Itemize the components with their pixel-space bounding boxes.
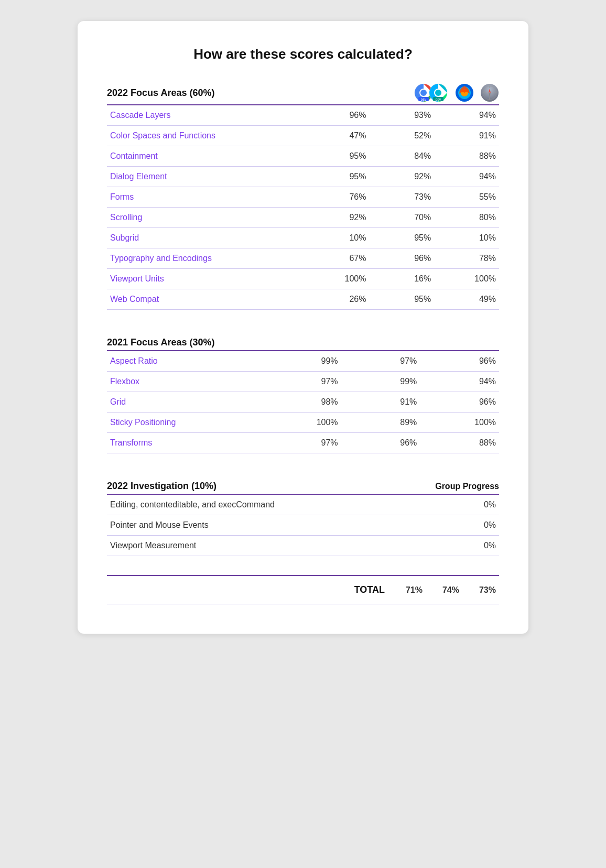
score-chrome: 100% (305, 269, 370, 289)
row-name[interactable]: Containment (107, 146, 305, 167)
table-row: Pointer and Mouse Events 0% (107, 515, 499, 536)
score-firefox: 99% (341, 372, 420, 392)
investigation-title: 2022 Investigation (10%) (107, 481, 217, 492)
main-card: How are these scores calculated? 2022 Fo… (78, 21, 528, 634)
score-safari: 88% (434, 146, 499, 167)
row-name[interactable]: Viewport Units (107, 269, 305, 289)
section-2022-title: 2022 Focus Areas (60%) (107, 88, 214, 99)
score-group: 0% (430, 515, 499, 536)
section-2021-focus: 2021 Focus Areas (30%) Aspect Ratio 99% … (107, 337, 499, 453)
score-firefox: 96% (369, 248, 434, 269)
browser-icons: DEV DEV (414, 83, 499, 102)
section-2022-focus: 2022 Focus Areas (60%) DEV (107, 83, 499, 310)
score-safari: 78% (434, 248, 499, 269)
table-row: Transforms 97% 96% 88% (107, 433, 499, 453)
table-2021-focus: Aspect Ratio 99% 97% 96% Flexbox 97% 99%… (107, 350, 499, 453)
score-chrome: 95% (305, 167, 370, 187)
score-group: 0% (430, 536, 499, 556)
row-name[interactable]: Color Spaces and Functions (107, 126, 305, 146)
svg-point-7 (435, 90, 441, 96)
row-name: Viewport Measurement (107, 536, 430, 556)
score-firefox: 96% (341, 433, 420, 453)
row-name[interactable]: Sticky Positioning (107, 413, 262, 433)
row-name[interactable]: Aspect Ratio (107, 351, 262, 372)
score-firefox: 92% (369, 167, 434, 187)
score-firefox: 95% (369, 228, 434, 248)
svg-point-2 (420, 90, 427, 96)
score-safari: 94% (434, 167, 499, 187)
score-chrome: 97% (262, 372, 341, 392)
total-label: TOTAL (351, 576, 389, 604)
score-chrome: 97% (262, 433, 341, 453)
score-safari: 91% (434, 126, 499, 146)
score-chrome: 47% (305, 126, 370, 146)
table-row: Web Compat 26% 95% 49% (107, 289, 499, 310)
firefox-icon (455, 83, 474, 102)
score-chrome: 67% (305, 248, 370, 269)
score-safari: 88% (420, 433, 499, 453)
score-chrome: 96% (305, 105, 370, 126)
score-firefox: 93% (369, 105, 434, 126)
table-row: Subgrid 10% 95% 10% (107, 228, 499, 248)
score-chrome: 99% (262, 351, 341, 372)
svg-text:DEV: DEV (436, 98, 441, 101)
table-row: Typography and Encodings 67% 96% 78% (107, 248, 499, 269)
safari-icon (480, 83, 499, 102)
score-firefox: 97% (341, 351, 420, 372)
table-row: Containment 95% 84% 88% (107, 146, 499, 167)
table-row: Viewport Units 100% 16% 100% (107, 269, 499, 289)
table-row: Scrolling 92% 70% 80% (107, 208, 499, 228)
svg-text:DEV: DEV (421, 98, 427, 101)
score-firefox: 70% (369, 208, 434, 228)
row-name[interactable]: Subgrid (107, 228, 305, 248)
table-row: Grid 98% 91% 96% (107, 392, 499, 413)
row-name: Pointer and Mouse Events (107, 515, 430, 536)
table-row: Cascade Layers 96% 93% 94% (107, 105, 499, 126)
row-name[interactable]: Scrolling (107, 208, 305, 228)
chrome-dev-icon: DEV DEV (414, 83, 449, 102)
score-safari: 55% (434, 187, 499, 208)
table-row: Viewport Measurement 0% (107, 536, 499, 556)
score-chrome: 26% (305, 289, 370, 310)
row-name[interactable]: Grid (107, 392, 262, 413)
score-safari: 100% (434, 269, 499, 289)
score-group: 0% (430, 494, 499, 515)
page-title: How are these scores calculated? (107, 46, 499, 62)
section-2021-header: 2021 Focus Areas (30%) (107, 337, 499, 348)
section-2021-title: 2021 Focus Areas (30%) (107, 337, 214, 348)
score-chrome: 76% (305, 187, 370, 208)
section-investigation: 2022 Investigation (10%) Group Progress … (107, 481, 499, 556)
row-name[interactable]: Cascade Layers (107, 105, 305, 126)
score-firefox: 89% (341, 413, 420, 433)
score-safari: 96% (420, 392, 499, 413)
table-row: Aspect Ratio 99% 97% 96% (107, 351, 499, 372)
row-name[interactable]: Typography and Encodings (107, 248, 305, 269)
score-safari: 96% (420, 351, 499, 372)
total-spacer (107, 576, 351, 604)
row-name[interactable]: Web Compat (107, 289, 305, 310)
table-row: Sticky Positioning 100% 89% 100% (107, 413, 499, 433)
table-row: Color Spaces and Functions 47% 52% 91% (107, 126, 499, 146)
score-safari: 80% (434, 208, 499, 228)
total-score-2: 74% (426, 576, 462, 604)
total-row: TOTAL 71% 74% 73% (107, 576, 499, 604)
section-2022-header: 2022 Focus Areas (60%) DEV (107, 83, 499, 102)
section-investigation-header: 2022 Investigation (10%) Group Progress (107, 481, 499, 492)
row-name[interactable]: Forms (107, 187, 305, 208)
table-row: Dialog Element 95% 92% 94% (107, 167, 499, 187)
row-name[interactable]: Dialog Element (107, 167, 305, 187)
total-table: TOTAL 71% 74% 73% (107, 575, 499, 604)
table-row: Flexbox 97% 99% 94% (107, 372, 499, 392)
row-name[interactable]: Flexbox (107, 372, 262, 392)
table-investigation: Editing, contenteditable, and execComman… (107, 494, 499, 556)
total-score-1: 71% (389, 576, 426, 604)
score-firefox: 84% (369, 146, 434, 167)
score-firefox: 52% (369, 126, 434, 146)
score-chrome: 95% (305, 146, 370, 167)
score-safari: 100% (420, 413, 499, 433)
score-safari: 94% (434, 105, 499, 126)
row-name: Editing, contenteditable, and execComman… (107, 494, 430, 515)
score-firefox: 16% (369, 269, 434, 289)
score-chrome: 98% (262, 392, 341, 413)
row-name[interactable]: Transforms (107, 433, 262, 453)
